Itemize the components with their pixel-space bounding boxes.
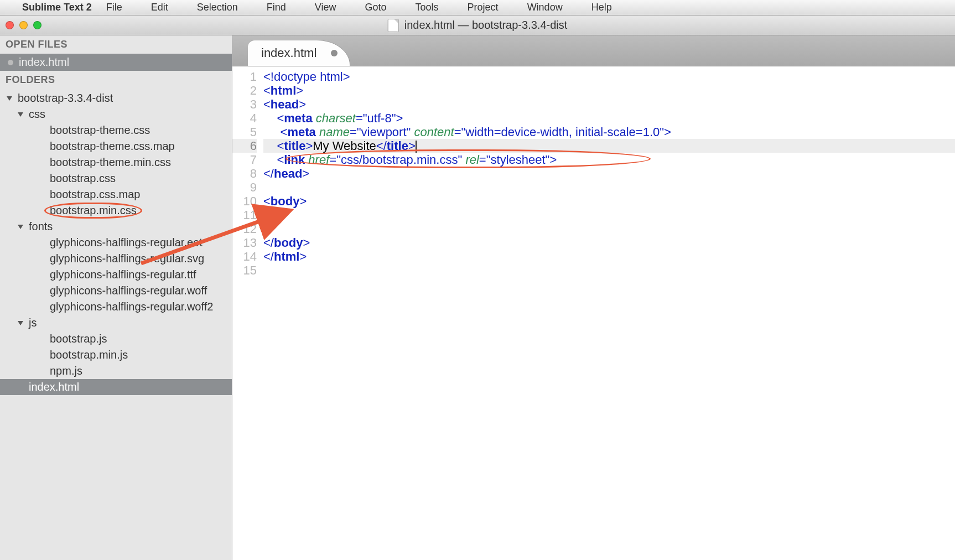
window-zoom-button[interactable] [33,21,41,29]
code-area[interactable]: 123456789101112131415 <!doctype html><ht… [232,66,955,560]
menu-file[interactable]: File [106,2,122,13]
editor-tab[interactable]: index.html [248,40,350,66]
line-number: 10 [232,194,257,208]
tree-item-label: glyphicons-halflings-regular.svg [50,252,204,265]
open-files-heading: OPEN FILES [0,35,232,54]
tab-dirty-indicator-icon [331,50,338,56]
menu-find[interactable]: Find [267,2,286,13]
sidebar: OPEN FILES index.html FOLDERS bootstrap-… [0,35,232,560]
tree-file[interactable]: bootstrap.css [0,170,232,186]
code-line[interactable]: <link href="css/bootstrap.min.css" rel="… [263,153,955,167]
text-caret-icon [416,141,417,153]
tree-file[interactable]: glyphicons-halflings-regular.ttf [0,267,232,283]
window-minimize-button[interactable] [19,21,28,29]
line-number: 6 [232,139,257,153]
tree-folder[interactable]: js [0,315,232,331]
tree-item-label: bootstrap.css.map [50,188,140,201]
tree-file[interactable]: bootstrap-theme.css.map [0,138,232,154]
code-line[interactable]: <html> [263,84,955,97]
code-line[interactable]: </body> [263,236,955,250]
tree-file[interactable]: glyphicons-halflings-regular.svg [0,251,232,267]
code-line[interactable] [263,263,955,277]
tree-file[interactable]: index.html [0,379,232,395]
menu-help[interactable]: Help [591,2,612,13]
tree-item-label: bootstrap.js [50,333,107,345]
line-number: 1 [232,70,257,84]
tree-file[interactable]: bootstrap.js [0,331,232,347]
tree-item-label: glyphicons-halflings-regular.woff [50,284,207,297]
folders-heading: FOLDERS [0,71,232,89]
menu-goto[interactable]: Goto [365,2,387,13]
line-number: 3 [232,97,257,111]
window-close-button[interactable] [6,21,14,29]
tree-file[interactable]: bootstrap-theme.css [0,122,232,138]
tree-item-label: bootstrap-theme.css [50,124,150,137]
code-line[interactable]: </html> [263,250,955,263]
line-number: 7 [232,153,257,167]
line-number: 9 [232,180,257,194]
tree-item-label: npm.js [50,365,82,377]
menu-view[interactable]: View [315,2,336,13]
tree-item-label: bootstrap.min.css [50,204,137,217]
tree-file[interactable]: npm.js [0,363,232,379]
tree-item-label: css [29,108,45,121]
code-line[interactable]: <!doctype html> [263,70,955,84]
tree-item-label: fonts [29,220,53,233]
window-titlebar: index.html — bootstrap-3.3.4-dist [0,15,955,35]
tab-label: index.html [261,46,316,60]
line-number: 4 [232,111,257,125]
menu-project[interactable]: Project [468,2,499,13]
code-line[interactable] [263,180,955,194]
tree-file[interactable]: bootstrap.min.js [0,347,232,363]
code-line[interactable]: <body> [263,194,955,208]
line-number: 13 [232,236,257,250]
dirty-indicator-icon [8,60,13,65]
app-menu[interactable]: Sublime Text 2 [22,2,92,13]
tree-file[interactable]: glyphicons-halflings-regular.eot [0,235,232,251]
tree-item-label: glyphicons-halflings-regular.eot [50,236,203,249]
tree-item-label: bootstrap.css [50,172,116,185]
tree-folder[interactable]: fonts [0,219,232,235]
menu-edit[interactable]: Edit [151,2,168,13]
code-line[interactable] [263,208,955,222]
code-line[interactable]: <head> [263,97,955,111]
tab-strip: index.html [232,35,955,66]
tree-file[interactable]: glyphicons-halflings-regular.woff2 [0,299,232,315]
code-line[interactable]: </head> [263,167,955,180]
line-number: 8 [232,167,257,180]
tree-file[interactable]: bootstrap.css.map [0,186,232,203]
disclosure-triangle-icon[interactable] [18,225,23,229]
disclosure-triangle-icon[interactable] [18,112,23,117]
open-file-name: index.html [19,56,69,69]
tree-folder[interactable]: bootstrap-3.3.4-dist [0,90,232,106]
line-number: 11 [232,208,257,222]
editor-pane: index.html 123456789101112131415 <!docty… [232,35,955,560]
code-line[interactable]: <meta name="viewport" content="width=dev… [263,125,955,139]
code-line[interactable]: <title>My Website</title> [263,139,955,153]
tree-item-label: index.html [29,381,79,393]
window-title: index.html — bootstrap-3.3.4-dist [404,19,568,32]
tree-item-label: glyphicons-halflings-regular.woff2 [50,300,213,313]
traffic-lights [6,21,41,29]
menu-window[interactable]: Window [527,2,563,13]
folder-tree: bootstrap-3.3.4-distcssbootstrap-theme.c… [0,89,232,395]
workspace: OPEN FILES index.html FOLDERS bootstrap-… [0,35,955,560]
tree-file[interactable]: glyphicons-halflings-regular.woff [0,283,232,299]
line-number: 15 [232,263,257,277]
disclosure-triangle-icon[interactable] [7,96,12,101]
tree-file[interactable]: bootstrap-theme.min.css [0,154,232,170]
tree-file[interactable]: bootstrap.min.css [0,203,232,219]
tree-item-label: bootstrap.min.js [50,349,128,361]
open-file-row[interactable]: index.html [0,54,232,71]
tree-folder[interactable]: css [0,106,232,122]
disclosure-triangle-icon[interactable] [18,321,23,325]
line-number: 2 [232,84,257,97]
tree-item-label: js [29,317,37,329]
menu-selection[interactable]: Selection [197,2,238,13]
line-number: 5 [232,125,257,139]
code-text[interactable]: <!doctype html><html><head> <meta charse… [263,66,955,560]
tree-item-label: bootstrap-3.3.4-dist [18,92,113,105]
code-line[interactable] [263,222,955,236]
menu-tools[interactable]: Tools [416,2,439,13]
code-line[interactable]: <meta charset="utf-8"> [263,111,955,125]
